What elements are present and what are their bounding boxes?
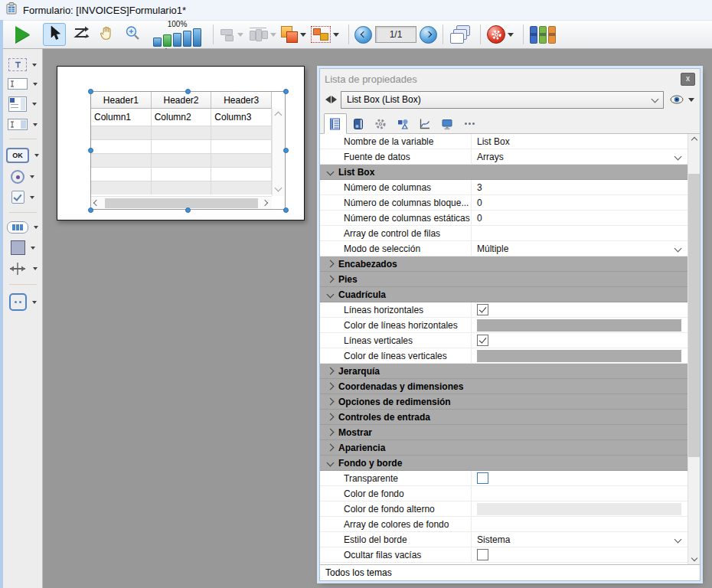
property-row[interactable]: Ocultar filas vacías bbox=[320, 547, 688, 563]
zoom-bar-200[interactable] bbox=[173, 33, 181, 47]
checkbox-unchecked[interactable] bbox=[477, 472, 488, 484]
selection-handle-w[interactable] bbox=[88, 148, 93, 153]
selection-handle-e[interactable] bbox=[283, 148, 289, 153]
list-box-tool[interactable] bbox=[7, 221, 38, 234]
section-header[interactable]: Fondo y borde bbox=[320, 456, 688, 471]
form-pages-button[interactable] bbox=[449, 23, 472, 46]
scrollbar-thumb[interactable] bbox=[688, 174, 700, 457]
scroll-up-button[interactable] bbox=[688, 134, 700, 146]
close-button[interactable]: x bbox=[681, 73, 695, 86]
property-row[interactable]: Nombre de la variableList Box bbox=[320, 134, 688, 149]
property-row[interactable]: Número de columnas3 bbox=[320, 180, 688, 195]
section-header[interactable]: Mostrar bbox=[320, 425, 688, 440]
zoom-bar-100-selected[interactable] bbox=[163, 34, 171, 47]
property-row[interactable]: Líneas horizontales bbox=[320, 302, 688, 318]
section-header[interactable]: Opciones de redimensión bbox=[320, 394, 688, 410]
rectangle-tool[interactable] bbox=[11, 240, 35, 255]
checkbox-tool[interactable] bbox=[11, 191, 34, 204]
property-row[interactable]: Array de colores de fondo bbox=[320, 517, 688, 532]
property-value[interactable]: Sistema bbox=[472, 532, 688, 547]
tab-settings[interactable] bbox=[370, 114, 391, 133]
plugin-area-tool[interactable] bbox=[9, 293, 37, 311]
view-filter-button[interactable] bbox=[670, 95, 694, 104]
property-value[interactable] bbox=[472, 547, 688, 562]
property-row[interactable]: Modo de selecciónMúltiple bbox=[320, 241, 688, 256]
previous-page-button[interactable] bbox=[354, 26, 372, 44]
section-header[interactable]: Coordenadas y dimensiones bbox=[320, 379, 688, 394]
property-row[interactable]: Color de líneas verticales bbox=[320, 348, 688, 364]
selection-handle-se[interactable] bbox=[283, 207, 289, 213]
zoom-bar-800[interactable] bbox=[193, 28, 201, 47]
property-row[interactable]: Color de líneas horizontales bbox=[320, 318, 688, 333]
selection-tool-button[interactable] bbox=[43, 23, 66, 46]
pan-tool-button[interactable] bbox=[95, 23, 118, 46]
color-swatch[interactable] bbox=[477, 319, 681, 332]
selection-handle-nw[interactable] bbox=[88, 89, 93, 94]
checkbox-unchecked[interactable] bbox=[477, 549, 488, 560]
section-header[interactable]: Cuadrícula bbox=[320, 287, 688, 302]
object-navigation-arrows[interactable] bbox=[325, 96, 337, 103]
property-row[interactable]: Fuente de datosArrays bbox=[320, 149, 688, 165]
radio-button-tool[interactable] bbox=[11, 170, 34, 184]
zoom-bar-50[interactable] bbox=[153, 38, 162, 47]
property-row[interactable]: Estilo del bordeSistema bbox=[320, 532, 688, 547]
property-row[interactable]: Número de columnas bloque...0 bbox=[320, 195, 688, 211]
combo-box-tool[interactable] bbox=[8, 119, 38, 130]
chevron-down-icon[interactable] bbox=[674, 245, 682, 253]
checkbox-checked[interactable] bbox=[477, 304, 488, 315]
tab-events[interactable] bbox=[414, 114, 436, 133]
tab-properties-list[interactable] bbox=[324, 113, 347, 134]
section-header[interactable]: Controles de entrada bbox=[320, 410, 688, 425]
selection-handle-s[interactable] bbox=[185, 207, 191, 213]
property-value[interactable] bbox=[472, 348, 688, 363]
page-indicator[interactable]: 1/1 bbox=[375, 26, 416, 43]
property-row[interactable]: Transparente bbox=[320, 471, 688, 486]
property-value[interactable] bbox=[472, 333, 688, 348]
tab-display[interactable] bbox=[436, 114, 458, 133]
scroll-down-button[interactable] bbox=[688, 552, 700, 564]
group-objects-button[interactable] bbox=[310, 23, 340, 46]
selection-handle-n[interactable] bbox=[185, 89, 191, 94]
property-row[interactable]: Color de fondo bbox=[320, 486, 688, 501]
tab-more-options[interactable] bbox=[459, 114, 480, 133]
move-level-button[interactable] bbox=[280, 23, 307, 46]
section-header[interactable]: List Box bbox=[320, 165, 688, 180]
execute-form-button[interactable] bbox=[11, 23, 34, 46]
tab-data-source[interactable] bbox=[348, 114, 369, 133]
tab-order-tool-button[interactable] bbox=[69, 23, 92, 46]
property-row[interactable]: Array de control de filas bbox=[320, 226, 688, 241]
zoom-scale-control[interactable]: 100% bbox=[153, 21, 201, 47]
listbox-object[interactable]: Header1 Header2 Header3 Column1 Column2 … bbox=[90, 91, 286, 210]
property-value[interactable]: Arrays bbox=[472, 149, 688, 164]
documentation-button[interactable] bbox=[529, 23, 557, 46]
property-value[interactable] bbox=[472, 471, 688, 485]
section-header[interactable]: Jerarquía bbox=[320, 364, 688, 379]
property-value[interactable] bbox=[472, 302, 688, 317]
button-tool[interactable]: OK bbox=[6, 148, 39, 163]
tab-objects[interactable] bbox=[392, 114, 413, 133]
property-grid-scrollbar[interactable] bbox=[688, 134, 700, 564]
selection-handle-ne[interactable] bbox=[283, 89, 289, 94]
property-value[interactable] bbox=[472, 501, 688, 516]
chevron-down-icon[interactable] bbox=[674, 153, 682, 161]
selection-handle-sw[interactable] bbox=[88, 207, 93, 213]
actions-button[interactable] bbox=[486, 23, 514, 46]
zoom-bar-400[interactable] bbox=[183, 31, 191, 47]
object-selector-dropdown[interactable]: List Box (List Box) bbox=[341, 91, 664, 109]
property-value[interactable]: Múltiple bbox=[472, 241, 688, 256]
section-header[interactable]: Pies bbox=[320, 272, 688, 287]
property-row[interactable]: Líneas verticales bbox=[320, 333, 688, 348]
color-swatch[interactable] bbox=[477, 503, 681, 515]
hierarchical-list-tool[interactable] bbox=[8, 96, 37, 112]
color-swatch[interactable] bbox=[477, 350, 681, 362]
next-page-button[interactable] bbox=[420, 26, 437, 44]
property-value[interactable] bbox=[472, 318, 688, 332]
section-header[interactable]: Apariencia bbox=[320, 440, 688, 456]
static-text-tool[interactable] bbox=[8, 58, 37, 71]
property-row[interactable]: Número de columnas estáticas0 bbox=[320, 211, 688, 226]
section-header[interactable]: Encabezados bbox=[320, 256, 688, 272]
input-field-tool[interactable] bbox=[8, 78, 38, 90]
zoom-tool-button[interactable] bbox=[121, 23, 144, 46]
property-row[interactable]: Color de fondo alterno bbox=[320, 501, 688, 517]
chevron-down-icon[interactable] bbox=[674, 536, 682, 544]
